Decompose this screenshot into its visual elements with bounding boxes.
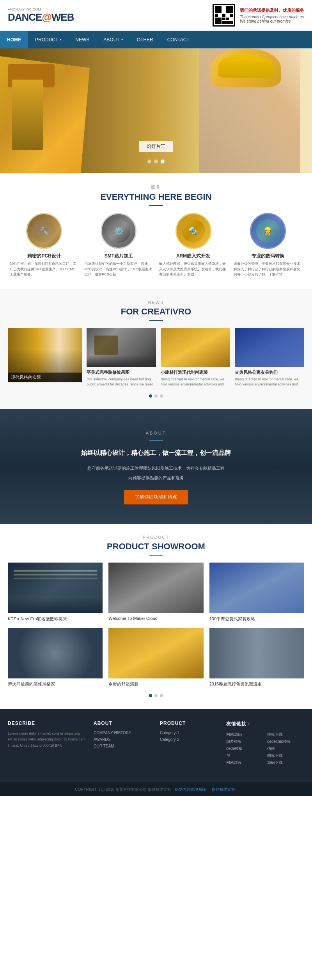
- nav-item-news[interactable]: NEWS: [68, 31, 96, 48]
- about-banner: ABOUT 始终以精心设计，精心施工，做一流工程，创一流品牌 您守服务承诺过硬的…: [0, 409, 312, 524]
- footer-friendly-3[interactable]: dedecms模板: [267, 739, 304, 744]
- footer-col-about: ABOUT COMPANY HISTORY AWARDS OUR TEAM: [94, 721, 152, 765]
- service-desc-smt: PCB设计我们的的每一个定制客户，普通PCB的设计，高速PCB设计，EMC底层要…: [84, 261, 153, 277]
- news-grid: 现代风格的实际 平美式完整装修效果图 Our industrial compan…: [8, 328, 304, 387]
- product-item-1[interactable]: KTZ x New Era联名徽数即将来: [8, 563, 103, 622]
- news-dot-2[interactable]: [154, 394, 158, 398]
- header: ANOMALY INC.COM DANCE@WEB 我们的承诺提: [0, 0, 312, 31]
- product-item-3[interactable]: 100平摩登复式家装攻略: [209, 563, 304, 622]
- about-divider: [149, 440, 163, 441]
- services-section: 服务 EVERYTHING HERE BEGIN 🔧 精密的PCB设计 我们在河…: [0, 173, 312, 289]
- hero-dot-1[interactable]: [147, 160, 151, 163]
- footer-link-cat2[interactable]: Category-2: [160, 737, 218, 742]
- products-title: PRODUCT SHOWROOM: [8, 541, 304, 552]
- service-desc-arm: 嵌入式处理器，把运输提供嵌入式系统，嵌入式软件及大型应用系统开发项目，我们拥有自…: [159, 261, 228, 277]
- footer-col-friendly: 友情链接： 网站源码 模板下载 织梦模板 dedecms模板 dede模板 仿站…: [226, 721, 304, 765]
- about-desc2: 向顾客提供温馨的产品和服务: [8, 474, 304, 482]
- product-dot-3[interactable]: [160, 694, 163, 697]
- footer-friendly-links: 网站源码 模板下载 织梦模板 dedecms模板 dede模板 仿站 帮 图标下…: [226, 732, 304, 765]
- footer-link-awards[interactable]: AWARDS: [94, 737, 152, 742]
- footer: DESCRIBE Lorem ipsum dolor sit amet, con…: [0, 709, 312, 781]
- news-dot-3[interactable]: [160, 394, 163, 398]
- hero-section: 幻灯片三: [0, 48, 312, 173]
- site-sub: ANOMALY INC.COM: [8, 7, 74, 11]
- nav-item-contact[interactable]: CONTACT: [160, 31, 197, 48]
- about-btn[interactable]: 了解详细功能和特点: [124, 490, 188, 504]
- product-title-3: 100平摩登复式家装攻略: [209, 616, 304, 622]
- footer-friendly-2[interactable]: 织梦模板: [226, 739, 263, 744]
- news-main-label: 现代风格的实际: [8, 373, 82, 382]
- service-title-smt: SMT贴片加工: [84, 253, 153, 259]
- hero-dot-2[interactable]: [154, 160, 158, 163]
- product-item-2[interactable]: Welcome To Maker Cloud: [108, 563, 203, 622]
- news-main-item[interactable]: 现代风格的实际: [8, 328, 82, 382]
- hero-dot-3[interactable]: [161, 160, 165, 163]
- product-item-5[interactable]: 乡野的舒适清新: [108, 628, 203, 687]
- products-divider: [149, 555, 163, 556]
- product-img-2: [108, 563, 203, 613]
- footer-col-title-friendly: 友情链接：: [226, 721, 304, 727]
- service-item-pro: 👷 专业的数码转换 迫服公众的管理，专业技术和深厚专业技术和深入了解行业了解行业…: [234, 213, 302, 277]
- footer-friendly-8[interactable]: 网站建设: [226, 760, 263, 765]
- footer-friendly-5[interactable]: 仿站: [267, 746, 304, 751]
- services-title-area: 服务 EVERYTHING HERE BEGIN: [0, 173, 312, 213]
- nav-item-about[interactable]: ABOUT ▾: [96, 31, 129, 48]
- product-img-1: [8, 563, 103, 613]
- hero-dots: [147, 160, 165, 163]
- news-card-1[interactable]: 平美式完整装修效果图 Our industrial company has be…: [87, 328, 156, 387]
- product-dot-1[interactable]: [149, 694, 152, 697]
- services-title: EVERYTHING HERE BEGIN: [0, 192, 312, 202]
- news-title: FOR CREATIVRO: [8, 307, 304, 317]
- product-img-6: [209, 628, 304, 678]
- service-title-arm: ARM嵌入式开发: [159, 253, 228, 259]
- service-item-pcb: 🔧 精密的PCB设计 我们在河北省、深圳都拥有自己的工厂。工厂已为我们提供SMT…: [10, 213, 78, 277]
- footer-friendly-6[interactable]: 帮: [226, 753, 263, 758]
- footer-copyright: COPYRIGHT (C) 2016 某某科技有限公司 提供技术支持: [75, 787, 171, 792]
- footer-link-cms[interactable]: 织梦内容管理系统: [175, 787, 206, 792]
- news-title-area: NEWS FOR CREATIVRO: [8, 289, 304, 328]
- news-dot-1[interactable]: [149, 394, 152, 398]
- products-section: PRODUCT PRODUCT SHOWROOM KTZ x New Era联名…: [0, 524, 312, 709]
- footer-col-title-describe: DESCRIBE: [8, 721, 86, 726]
- news-card-title-1: 平美式完整装修效果图: [87, 369, 156, 375]
- product-item-4[interactable]: 博大间途简约装修风格家: [8, 628, 103, 687]
- news-card-desc-2: Being directed to environmental care, we…: [161, 377, 230, 387]
- about-label: ABOUT: [8, 431, 304, 435]
- footer-friendly-4[interactable]: dede模板: [226, 746, 263, 751]
- nav-item-home[interactable]: HOME: [0, 31, 28, 48]
- footer-friendly-7[interactable]: 图标下载: [267, 753, 304, 758]
- nav-item-product[interactable]: PRODUCT ▾: [28, 31, 68, 48]
- footer-link-support[interactable]: 网站技术支持: [212, 787, 235, 792]
- product-dot-2[interactable]: [154, 694, 158, 697]
- logo[interactable]: DANCE@WEB: [8, 11, 74, 23]
- news-card-title-2: 小建材打造现代时尚家装: [161, 369, 230, 375]
- header-slogan: 我们的承诺提供及时、优质的服务 Thousands of projects ha…: [240, 7, 304, 23]
- service-desc-pro: 迫服公众的管理，专业技术和深厚专业技术和深入了解行业了解行业的最新发展和变化的每…: [234, 261, 302, 277]
- news-card-img-2: [161, 328, 230, 367]
- about-title: 始终以精心设计，精心施工，做一流工程，创一流品牌: [8, 448, 304, 458]
- news-card-3[interactable]: 古典风格公寓友关购们 Being directed to environment…: [235, 328, 304, 387]
- footer-friendly-0[interactable]: 网站源码: [226, 732, 263, 737]
- logo-area: ANOMALY INC.COM DANCE@WEB: [8, 7, 74, 23]
- products-label: PRODUCT: [8, 535, 304, 540]
- nav-item-other[interactable]: OTHER: [130, 31, 160, 48]
- news-dots: [8, 394, 304, 398]
- services-label: 服务: [0, 184, 312, 190]
- footer-link-team[interactable]: OUR TEAM: [94, 744, 152, 748]
- footer-link-company[interactable]: COMPANY HISTORY: [94, 731, 152, 735]
- footer-col-title-about: ABOUT: [94, 721, 152, 726]
- service-circle-arm: 🔩: [176, 213, 211, 249]
- footer-describe-text: Lorem ipsum dolor sit amet, consier adip…: [8, 731, 86, 749]
- product-title-2: Welcome To Maker Cloud: [108, 616, 203, 621]
- product-title-6: 2016春夏流行色资讯潮流走: [209, 681, 304, 687]
- footer-friendly-1[interactable]: 模板下载: [267, 732, 304, 737]
- chevron-down-icon: ▾: [60, 38, 61, 41]
- product-item-6[interactable]: 2016春夏流行色资讯潮流走: [209, 628, 304, 687]
- footer-friendly-9[interactable]: 源码下载: [267, 760, 304, 765]
- product-title-1: KTZ x New Era联名徽数即将来: [8, 616, 103, 622]
- news-card-2[interactable]: 小建材打造现代时尚家装 Being directed to environmen…: [161, 328, 230, 387]
- service-title-pcb: 精密的PCB设计: [10, 253, 78, 259]
- service-desc-pcb: 我们在河北省、深圳都拥有自己的工厂。工厂已为我们提供SMT批量生产、3D OEM…: [10, 261, 78, 277]
- footer-bottom: COPYRIGHT (C) 2016 某某科技有限公司 提供技术支持 织梦内容管…: [0, 781, 312, 796]
- footer-link-cat1[interactable]: Category-1: [160, 731, 218, 735]
